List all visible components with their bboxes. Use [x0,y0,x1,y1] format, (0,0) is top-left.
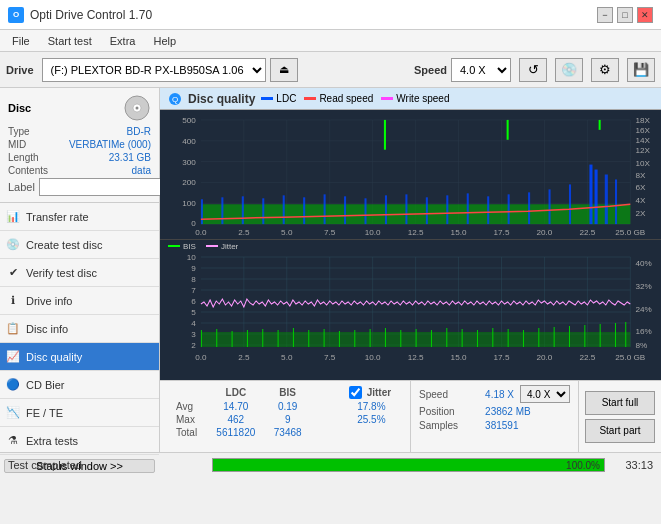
menu-help[interactable]: Help [145,33,184,49]
legend-read-speed: Read speed [304,93,373,104]
close-button[interactable]: ✕ [637,7,653,23]
svg-text:300: 300 [182,158,196,167]
drive-select[interactable]: (F:) PLEXTOR BD-R PX-LB950SA 1.06 [42,58,266,82]
nav-section: 📊 Transfer rate 💿 Create test disc ✔ Ver… [0,203,159,455]
svg-text:0.0: 0.0 [195,353,207,362]
svg-text:3: 3 [191,330,196,339]
speed-row: Speed 4.18 X 4.0 X [419,385,570,403]
eject-button[interactable]: ⏏ [270,58,298,82]
speed-select-sm[interactable]: 4.0 X [520,385,570,403]
transfer-rate-icon: 📊 [6,210,20,224]
progress-container: 100.0% [212,458,605,472]
samples-value: 381591 [485,420,518,431]
save-icon-btn[interactable]: 💾 [627,58,655,82]
start-part-button[interactable]: Start part [585,419,655,443]
legend-write-speed: Write speed [381,93,449,104]
disc-contents-label: Contents [8,165,48,176]
dq-header-icon: Q [168,92,182,106]
disc-label-input[interactable] [39,178,172,196]
svg-text:12.5: 12.5 [408,228,424,237]
nav-cd-bier-label: CD Bier [26,379,65,391]
nav-disc-info[interactable]: 📋 Disc info [0,315,159,343]
cd-bier-icon: 🔵 [6,378,20,392]
progress-label: 100.0% [566,459,600,473]
svg-text:10X: 10X [635,159,650,168]
svg-rect-32 [385,195,387,224]
samples-label: Samples [419,420,479,431]
nav-extra-tests[interactable]: ⚗ Extra tests [0,427,159,455]
speed-label: Speed [419,389,479,400]
svg-rect-36 [467,193,469,224]
title-bar-left: O Opti Drive Control 1.70 [8,7,152,23]
svg-rect-116 [508,329,509,347]
max-row: Max 462 9 25.5% [168,413,402,426]
disc-length-label: Length [8,152,39,163]
max-jitter: 25.5% [341,413,402,426]
svg-text:2: 2 [191,341,196,350]
col-bis-header: BIS [265,385,311,400]
nav-fe-te[interactable]: 📉 FE / TE [0,399,159,427]
menu-start-test[interactable]: Start test [40,33,100,49]
svg-rect-108 [385,328,386,347]
svg-rect-124 [625,322,626,347]
disc-quality-header: Q Disc quality LDC Read speed Write spee… [160,88,661,110]
position-value: 23862 MB [485,406,531,417]
svg-rect-102 [293,328,294,347]
nav-transfer-rate[interactable]: 📊 Transfer rate [0,203,159,231]
legend-write-speed-label: Write speed [396,93,449,104]
disc-mid-value: VERBATIMe (000) [69,139,151,150]
svg-text:24%: 24% [635,305,651,314]
svg-text:22.5: 22.5 [579,228,595,237]
disc-type-row: Type BD-R [8,126,151,137]
status-text: Test completed [8,459,204,471]
svg-rect-35 [446,195,448,224]
max-bis: 9 [265,413,311,426]
refresh-button[interactable]: ↺ [519,58,547,82]
maximize-button[interactable]: □ [617,7,633,23]
speed-section: Speed 4.0 X [414,58,511,82]
avg-bis: 0.19 [265,400,311,413]
nav-disc-quality[interactable]: 📈 Disc quality [0,343,159,371]
disc-svg-icon [123,94,151,122]
legend-jitter-label: Jitter [221,242,238,251]
start-full-button[interactable]: Start full [585,391,655,415]
disc-contents-value: data [132,165,151,176]
menu-file[interactable]: File [4,33,38,49]
samples-row: Samples 381591 [419,420,570,431]
jitter-header-label: Jitter [367,387,391,398]
svg-rect-110 [416,329,417,347]
chart2-svg: 10 9 8 7 6 5 4 3 2 40% 32% 24% 16% 8% [160,252,661,365]
svg-text:200: 200 [182,179,196,188]
app-icon: O [8,7,24,23]
svg-text:500: 500 [182,116,196,125]
svg-text:18X: 18X [635,116,650,125]
minimize-button[interactable]: − [597,7,613,23]
svg-rect-29 [324,194,326,224]
disc-quality-title: Disc quality [188,92,255,106]
svg-text:0: 0 [191,219,196,228]
disc-info-icon: 📋 [6,322,20,336]
svg-rect-112 [446,328,447,347]
speed-select[interactable]: 4.0 X [451,58,511,82]
jitter-checkbox[interactable] [349,386,362,399]
svg-rect-26 [262,198,264,224]
svg-rect-39 [528,192,530,224]
disc-icon-btn[interactable]: 💿 [555,58,583,82]
svg-text:5.0: 5.0 [281,228,293,237]
svg-text:Q: Q [172,95,178,104]
nav-verify-test-disc[interactable]: ✔ Verify test disc [0,259,159,287]
svg-text:17.5: 17.5 [494,353,510,362]
col-ldc-header: LDC [207,385,265,400]
nav-cd-bier[interactable]: 🔵 CD Bier [0,371,159,399]
svg-rect-30 [344,196,346,224]
settings-icon-btn[interactable]: ⚙ [591,58,619,82]
nav-drive-info[interactable]: ℹ Drive info [0,287,159,315]
svg-rect-75 [160,252,661,365]
disc-panel-title: Disc [8,102,31,114]
svg-rect-109 [400,330,401,347]
svg-text:25.0 GB: 25.0 GB [615,228,645,237]
svg-rect-111 [431,330,432,347]
menu-extra[interactable]: Extra [102,33,144,49]
title-bar: O Opti Drive Control 1.70 − □ ✕ [0,0,661,30]
nav-create-test-disc[interactable]: 💿 Create test disc [0,231,159,259]
